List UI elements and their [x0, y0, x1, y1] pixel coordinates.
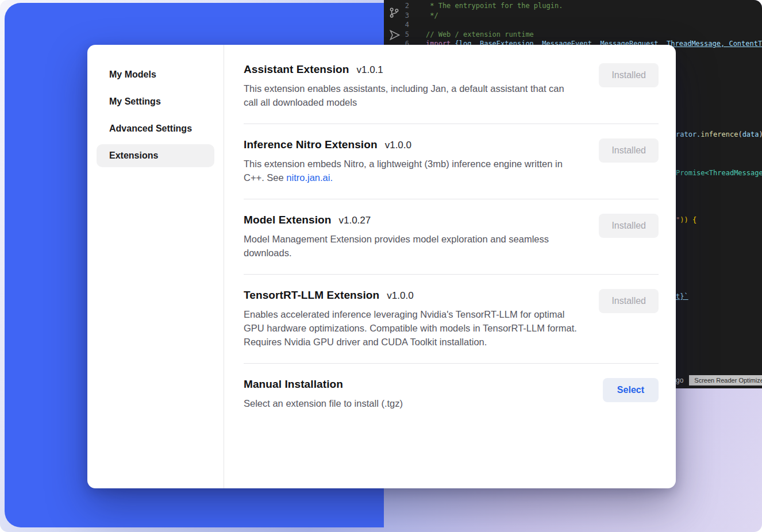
code-comment: // Web / extension runtime	[426, 30, 534, 40]
extension-version: v1.0.0	[387, 290, 413, 302]
extension-title-line: Assistant Extension v1.0.1	[244, 63, 577, 76]
select-file-button[interactable]: Select	[603, 378, 659, 402]
installed-button[interactable]: Installed	[599, 214, 659, 238]
sidebar-item-my-settings[interactable]: My Settings	[97, 90, 214, 113]
extension-name: Model Extension	[244, 214, 331, 226]
screen-reader-badge[interactable]: Screen Reader Optimized	[689, 375, 762, 385]
extension-version: v1.0.27	[338, 215, 371, 226]
code-line: 3 */	[384, 11, 762, 21]
code-brackets: )) {	[680, 216, 696, 224]
extension-title-line: Model Extension v1.0.27	[244, 214, 577, 226]
settings-sidebar: My Models My Settings Advanced Settings …	[87, 45, 224, 488]
code-comment: */	[426, 11, 438, 21]
code-punctuation: (	[738, 130, 742, 138]
sidebar-item-my-models[interactable]: My Models	[97, 63, 214, 86]
installed-button[interactable]: Installed	[599, 289, 659, 313]
extension-version: v1.0.1	[357, 64, 383, 76]
manual-installation-description: Select an extension file to install (.tg…	[244, 396, 403, 410]
code-punctuation: ));	[759, 130, 762, 138]
code-argument: data	[742, 130, 759, 138]
extension-row-model: Model Extension v1.0.27 Model Management…	[244, 199, 659, 275]
manual-installation-title: Manual Installation	[244, 378, 343, 391]
extension-title-line: Manual Installation	[244, 378, 403, 391]
installed-button[interactable]: Installed	[599, 63, 659, 87]
code-string-end: t}`	[676, 292, 688, 300]
extension-description: Enables accelerated inference leveraging…	[244, 307, 577, 349]
screenshot-root: 2 * The entrypoint for the plugin. 3 */ …	[0, 0, 762, 532]
nitro-jan-ai-link[interactable]: nitro.jan.ai.	[286, 172, 333, 183]
code-identifier: rator.	[676, 130, 701, 138]
code-function: inference	[701, 130, 738, 138]
extension-name: Assistant Extension	[244, 63, 349, 76]
settings-modal: My Models My Settings Advanced Settings …	[87, 45, 676, 488]
extension-title-line: TensortRT-LLM Extension v1.0.0	[244, 289, 577, 302]
code-line: 5// Web / extension runtime	[384, 30, 762, 40]
extension-info: TensortRT-LLM Extension v1.0.0 Enables a…	[244, 289, 577, 349]
line-number: 2	[384, 1, 426, 11]
code-comment: * The entrypoint for the plugin.	[426, 1, 563, 11]
code-line: 4	[384, 20, 762, 30]
extension-title-line: Inference Nitro Extension v1.0.0	[244, 138, 577, 151]
installed-button[interactable]: Installed	[599, 138, 659, 163]
extension-description: Model Management Extension provides mode…	[244, 232, 577, 260]
extension-row-tensorrt: TensortRT-LLM Extension v1.0.0 Enables a…	[244, 275, 659, 364]
extension-row-nitro: Inference Nitro Extension v1.0.0 This ex…	[244, 124, 659, 199]
code-fragment: t}`	[676, 292, 688, 302]
extension-info: Manual Installation Select an extension …	[244, 378, 403, 410]
extension-version: v1.0.0	[385, 140, 411, 151]
status-text: go	[676, 376, 683, 384]
code-fragment: ")) {	[676, 215, 696, 225]
extension-description: This extension enables assistants, inclu…	[244, 82, 577, 109]
code-line: 2 * The entrypoint for the plugin.	[384, 1, 762, 11]
extension-info: Assistant Extension v1.0.1 This extensio…	[244, 63, 577, 109]
code-area: 2 * The entrypoint for the plugin. 3 */ …	[384, 1, 762, 49]
extension-name: TensortRT-LLM Extension	[244, 289, 379, 302]
line-number: 3	[384, 11, 426, 21]
line-number: 5	[384, 30, 426, 40]
extension-name: Inference Nitro Extension	[244, 138, 378, 151]
extension-row-assistant: Assistant Extension v1.0.1 This extensio…	[244, 63, 659, 124]
extensions-panel: Assistant Extension v1.0.1 This extensio…	[224, 45, 676, 488]
code-fragment: rator.inference(data));	[676, 130, 762, 140]
extension-description: This extension embeds Nitro, a lightweig…	[244, 157, 577, 184]
line-number: 4	[384, 20, 426, 30]
extension-info: Inference Nitro Extension v1.0.0 This ex…	[244, 138, 577, 184]
code-fragment: Promise<ThreadMessage>	[676, 168, 762, 178]
sidebar-item-extensions[interactable]: Extensions	[97, 144, 214, 167]
editor-status-bar: go Screen Reader Optimized	[676, 375, 762, 385]
extension-info: Model Extension v1.0.27 Model Management…	[244, 214, 577, 260]
sidebar-item-advanced-settings[interactable]: Advanced Settings	[97, 117, 214, 140]
code-type: Promise<ThreadMessage>	[676, 169, 762, 177]
manual-installation-row: Manual Installation Select an extension …	[244, 364, 659, 410]
